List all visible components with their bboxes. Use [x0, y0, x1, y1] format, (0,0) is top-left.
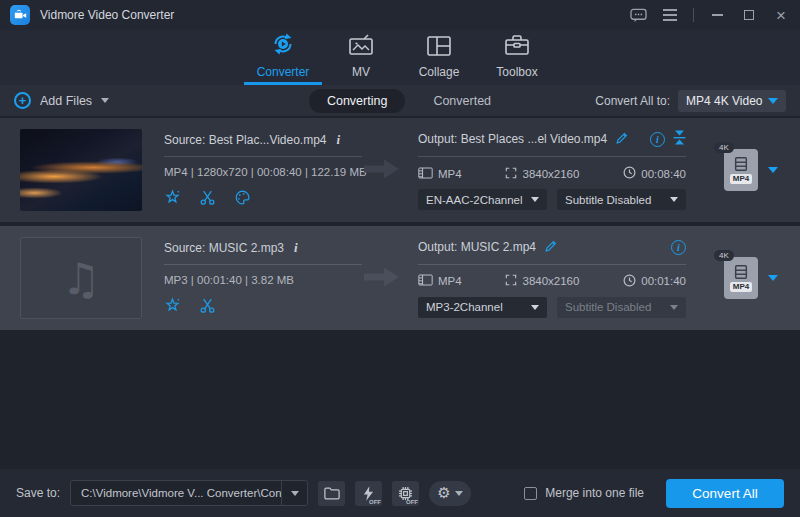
feedback-icon[interactable] [629, 6, 647, 24]
output-format: MP4 [438, 168, 462, 180]
output-format-value: MP4 4K Video [686, 94, 763, 108]
tab-converting[interactable]: Converting [309, 89, 405, 113]
output-format: MP4 [438, 275, 462, 287]
tab-converter-label: Converter [257, 65, 310, 79]
source-name: Source: MUSIC 2.mp3 [164, 241, 284, 255]
video-thumbnail [20, 129, 142, 211]
save-to-label: Save to: [16, 486, 60, 500]
minimize-button[interactable] [708, 6, 726, 24]
tab-toolbox-label: Toolbox [496, 65, 537, 79]
merge-checkbox[interactable] [524, 487, 537, 500]
audio-track-value: MP3-2Channel [426, 301, 503, 313]
audio-track-dropdown[interactable]: EN-AAC-2Channel [418, 189, 547, 210]
menu-icon[interactable] [661, 6, 679, 24]
clock-icon [623, 166, 636, 181]
4k-badge: 4K [714, 250, 734, 261]
format-file-icon[interactable]: 4K MP4 [724, 149, 758, 191]
audio-track-value: EN-AAC-2Channel [426, 194, 523, 206]
convert-all-to-label: Convert All to: [595, 94, 670, 108]
rename-icon[interactable] [544, 239, 558, 256]
format-dropdown-icon[interactable] [768, 275, 778, 281]
save-path-field[interactable]: C:\Vidmore\Vidmore V... Converter\Conver… [70, 480, 308, 506]
tab-collage[interactable]: Collage [400, 30, 478, 85]
cut-icon[interactable] [199, 297, 216, 317]
compress-icon[interactable] [673, 130, 686, 148]
chevron-down-icon [531, 305, 539, 310]
tab-converter[interactable]: Converter [244, 30, 322, 85]
tab-toolbox[interactable]: Toolbox [478, 30, 556, 85]
file-list: Source: Best Plac...Video.mp4 i MP4 | 12… [0, 116, 800, 469]
open-folder-button[interactable] [318, 481, 345, 506]
save-path-value: C:\Vidmore\Vidmore V... Converter\Conver… [71, 487, 281, 499]
merge-label: Merge into one file [545, 486, 644, 500]
tab-mv[interactable]: MV [322, 30, 400, 85]
format-dropdown-icon[interactable] [768, 167, 778, 173]
divider [418, 264, 686, 265]
gpu-off-label: OFF [406, 499, 418, 505]
high-speed-off-label: OFF [369, 499, 381, 505]
maximize-button[interactable] [740, 6, 758, 24]
palette-icon[interactable] [234, 189, 251, 209]
source-info-icon[interactable]: i [294, 240, 298, 256]
resolution-icon [505, 274, 517, 288]
film-icon [418, 274, 433, 288]
output-duration: 00:08:40 [641, 168, 686, 180]
convert-all-button[interactable]: Convert All [666, 479, 784, 508]
path-dropdown-icon[interactable] [281, 481, 307, 505]
row-tools [164, 189, 362, 209]
converter-icon [270, 31, 296, 60]
arrow-right-icon [364, 158, 400, 183]
plus-icon: + [14, 92, 31, 109]
window-title: Vidmore Video Converter [40, 8, 174, 22]
subtitle-dropdown[interactable]: Subtitle Disabled [557, 189, 686, 210]
edit-effects-icon[interactable] [164, 189, 181, 209]
format-file-icon[interactable]: 4K MP4 [724, 257, 758, 299]
audio-track-dropdown[interactable]: MP3-2Channel [418, 297, 547, 318]
audio-thumbnail: ♫ [20, 237, 142, 319]
cut-icon[interactable] [199, 189, 216, 209]
close-button[interactable]: × [772, 6, 790, 24]
output-name: Output: Best Places ...el Video.mp4 [418, 132, 607, 146]
add-files-button[interactable]: + Add Files [14, 92, 109, 109]
divider [164, 264, 362, 265]
add-files-label: Add Files [40, 94, 92, 108]
titlebar: Vidmore Video Converter × [0, 0, 800, 30]
format-label: MP4 [730, 174, 752, 184]
rename-icon[interactable] [615, 131, 629, 148]
high-speed-toggle[interactable]: OFF [355, 481, 382, 506]
chevron-down-icon [101, 98, 109, 103]
chevron-down-icon [670, 305, 678, 310]
app-logo-icon [10, 5, 30, 25]
output-info-icon[interactable]: i [671, 240, 686, 255]
output-format-dropdown[interactable]: MP4 4K Video [678, 90, 786, 112]
source-info-icon[interactable]: i [337, 132, 341, 148]
main-nav: Converter MV Collage Toolbox [0, 30, 800, 85]
output-name: Output: MUSIC 2.mp4 [418, 240, 536, 254]
window-controls: × [629, 6, 790, 24]
output-info-icon[interactable]: i [650, 132, 665, 147]
tab-converted[interactable]: Converted [433, 94, 491, 108]
arrow-right-icon [364, 266, 400, 291]
bottom-bar: Save to: C:\Vidmore\Vidmore V... Convert… [0, 469, 800, 517]
edit-effects-icon[interactable] [164, 297, 181, 317]
music-note-icon: ♫ [61, 253, 100, 304]
chevron-down-icon [455, 491, 463, 496]
row-tools [164, 297, 362, 317]
file-row-video[interactable]: Source: Best Plac...Video.mp4 i MP4 | 12… [0, 118, 800, 222]
divider [164, 156, 362, 157]
source-name: Source: Best Plac...Video.mp4 [164, 133, 327, 147]
source-column: Source: Best Plac...Video.mp4 i MP4 | 12… [164, 132, 362, 209]
tab-mv-label: MV [352, 65, 370, 79]
titlebar-separator [693, 8, 694, 22]
subtitle-value: Subtitle Disabled [565, 301, 651, 313]
gear-icon: ⚙ [437, 486, 450, 501]
app-window: Vidmore Video Converter × Converter [0, 0, 800, 517]
mv-icon [348, 33, 374, 60]
gpu-acceleration-toggle[interactable]: OFF [392, 481, 419, 506]
format-selector: 4K MP4 [724, 257, 784, 299]
output-resolution: 3840x2160 [522, 168, 579, 180]
resolution-icon [505, 167, 517, 181]
clock-icon [623, 274, 636, 289]
settings-button[interactable]: ⚙ [429, 481, 471, 506]
file-row-audio[interactable]: ♫ Source: MUSIC 2.mp3 i MP3 | 00:01:40 |… [0, 226, 800, 330]
